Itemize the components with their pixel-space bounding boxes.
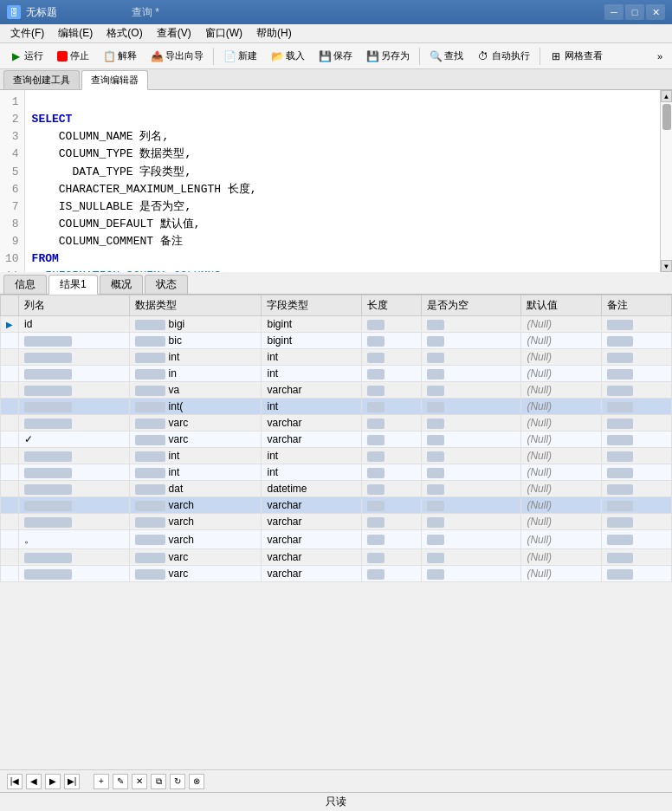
maximize-button[interactable]: □ xyxy=(625,4,644,20)
table-row[interactable]: varcvarchar(Null) xyxy=(1,415,672,431)
minimize-button[interactable]: ─ xyxy=(604,4,624,20)
cell-col-name xyxy=(19,549,130,566)
menu-help[interactable]: 帮助(H) xyxy=(249,24,299,42)
menu-format[interactable]: 格式(O) xyxy=(100,24,149,42)
menu-view[interactable]: 查看(V) xyxy=(150,24,198,42)
menu-edit[interactable]: 编辑(E) xyxy=(51,24,100,42)
cell-length xyxy=(361,415,422,431)
save-button[interactable]: 💾 保存 xyxy=(313,46,359,67)
row-indicator xyxy=(1,530,19,549)
toolbar-sep-2 xyxy=(419,48,420,65)
export-wizard-button[interactable]: 📤 导出向导 xyxy=(145,46,210,67)
find-button[interactable]: 🔍 查找 xyxy=(423,46,469,67)
load-button[interactable]: 📂 载入 xyxy=(265,46,311,67)
nav-stop-button[interactable]: ⊗ xyxy=(189,774,204,789)
cell-col-name xyxy=(19,481,130,497)
cell-data-type: int xyxy=(130,448,262,464)
row-indicator xyxy=(1,415,19,431)
cell-nullable xyxy=(422,530,521,549)
row-indicator xyxy=(1,349,19,366)
cell-col-name xyxy=(19,497,130,514)
tab-query-create[interactable]: 查询创建工具 xyxy=(3,70,80,89)
cell-field-type: datetime xyxy=(262,481,361,497)
nav-play-button[interactable]: ▶ xyxy=(45,774,61,789)
menu-bar: 文件(F) 编辑(E) 格式(O) 查看(V) 窗口(W) 帮助(H) xyxy=(0,24,672,43)
table-row[interactable]: ✓ varcvarchar(Null) xyxy=(1,431,672,448)
toolbar-sep-1 xyxy=(213,48,214,65)
table-row[interactable]: varchvarchar(Null) xyxy=(1,497,672,514)
editor-scrollbar[interactable]: ▲ ▼ xyxy=(660,90,672,272)
tab-overview[interactable]: 概况 xyxy=(100,275,143,294)
cell-field-type: varchar xyxy=(262,530,361,549)
header-length: 长度 xyxy=(361,295,422,316)
table-row[interactable]: ▶id bigibigint(Null) xyxy=(1,316,672,333)
nav-edit-button[interactable]: ✎ xyxy=(113,774,128,789)
cell-nullable xyxy=(422,514,521,530)
cell-data-type: varch xyxy=(130,514,262,530)
nav-delete-button[interactable]: ✕ xyxy=(132,774,147,789)
new-button[interactable]: 📄 新建 xyxy=(217,46,263,67)
run-button[interactable]: ▶ 运行 xyxy=(3,46,49,67)
cell-field-type: int xyxy=(262,366,361,382)
cell-length xyxy=(361,566,422,582)
more-button[interactable]: » xyxy=(651,46,669,67)
table-row[interactable]: varchvarchar(Null) xyxy=(1,514,672,530)
table-row[interactable]: bicbigint(Null) xyxy=(1,333,672,349)
table-row[interactable]: int(int(Null) xyxy=(1,399,672,415)
cell-default: (Null) xyxy=(521,399,601,415)
cell-field-type: varchar xyxy=(262,431,361,448)
grid-container: 列名 数据类型 字段类型 长度 是否为空 默认值 备注 ▶id bigibigi… xyxy=(0,295,672,792)
auto-run-button[interactable]: ⏱ 自动执行 xyxy=(471,46,536,67)
scroll-up-arrow[interactable]: ▲ xyxy=(661,90,672,102)
cell-comment xyxy=(601,382,671,399)
cell-col-name: 。 xyxy=(19,530,130,549)
row-indicator xyxy=(1,399,19,415)
table-row[interactable]: intint(Null) xyxy=(1,448,672,464)
nav-next-button[interactable]: ▶| xyxy=(64,774,80,789)
save-as-button[interactable]: 💾 另存为 xyxy=(360,46,416,67)
nav-prev-button[interactable]: ◀ xyxy=(26,774,42,789)
table-row[interactable]: datdatetime(Null) xyxy=(1,481,672,497)
row-indicator xyxy=(1,497,19,514)
cell-field-type: varchar xyxy=(262,514,361,530)
tab-info[interactable]: 信息 xyxy=(3,275,47,294)
table-row[interactable]: vavarchar(Null) xyxy=(1,382,672,399)
cell-nullable xyxy=(422,464,521,481)
stop-button[interactable]: 停止 xyxy=(51,46,95,67)
table-row[interactable]: intint(Null) xyxy=(1,464,672,481)
cell-length xyxy=(361,549,422,566)
nav-copy-button[interactable]: ⧉ xyxy=(151,774,166,789)
cell-col-name xyxy=(19,566,130,582)
close-button[interactable]: ✕ xyxy=(646,4,665,20)
cell-length xyxy=(361,497,422,514)
app-icon: 🗄 xyxy=(7,5,21,19)
sql-code[interactable]: SELECT COLUMN_NAME 列名, COLUMN_TYPE 数据类型,… xyxy=(25,90,672,272)
menu-window[interactable]: 窗口(W) xyxy=(198,24,249,42)
tab-query-editor[interactable]: 查询编辑器 xyxy=(81,70,148,90)
table-row[interactable]: intint(Null) xyxy=(1,349,672,366)
table-row[interactable]: inint(Null) xyxy=(1,366,672,382)
table-row[interactable]: varcvarchar(Null) xyxy=(1,566,672,582)
menu-file[interactable]: 文件(F) xyxy=(3,24,51,42)
tab-result1[interactable]: 结果1 xyxy=(48,275,98,295)
tab-status[interactable]: 状态 xyxy=(145,275,188,294)
table-row[interactable]: 。 varchvarchar(Null) xyxy=(1,530,672,549)
header-indicator xyxy=(1,295,19,316)
table-row[interactable]: varcvarchar(Null) xyxy=(1,549,672,566)
grid-view-button[interactable]: ⊞ 网格查看 xyxy=(544,46,609,67)
cell-length xyxy=(361,399,422,415)
cell-data-type: va xyxy=(130,382,262,399)
grid-scroll-area[interactable]: 列名 数据类型 字段类型 长度 是否为空 默认值 备注 ▶id bigibigi… xyxy=(0,295,672,769)
scroll-down-arrow[interactable]: ▼ xyxy=(661,260,672,272)
nav-refresh-button[interactable]: ↻ xyxy=(170,774,185,789)
more-icon: » xyxy=(657,51,662,62)
cell-nullable xyxy=(422,549,521,566)
cell-field-type: varchar xyxy=(262,415,361,431)
cell-length xyxy=(361,464,422,481)
row-indicator xyxy=(1,481,19,497)
nav-first-button[interactable]: |◀ xyxy=(7,774,23,789)
nav-add-button[interactable]: + xyxy=(94,774,109,789)
sql-editor[interactable]: 12345 678910 11121314 SELECT COLUMN_NAME… xyxy=(0,90,672,272)
explain-button[interactable]: 📋 解释 xyxy=(97,46,143,67)
table-header-row: 列名 数据类型 字段类型 长度 是否为空 默认值 备注 xyxy=(1,295,672,316)
